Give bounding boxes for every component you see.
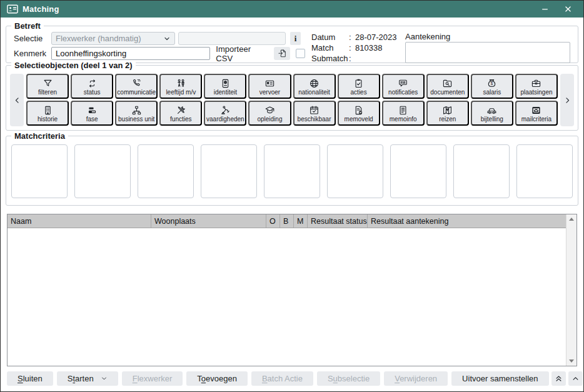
- column-header-b[interactable]: B: [280, 214, 294, 228]
- matchcriteria-slot[interactable]: [74, 144, 131, 198]
- button-label: Starten: [68, 374, 94, 383]
- selection-object-label: beschikbaar: [298, 116, 331, 123]
- column-header-o[interactable]: O: [266, 214, 280, 228]
- betreft-group: Betreft Selectie Flexwerker (handmatig) …: [6, 26, 578, 63]
- selection-object-beschikbaar[interactable]: beschikbaar: [293, 101, 336, 126]
- chevron-right-icon: [563, 96, 571, 104]
- window-title: Matching: [23, 4, 531, 14]
- tools-icon: [176, 105, 186, 116]
- selection-object-opleiding[interactable]: opleiding: [248, 101, 291, 126]
- aantekening-block: Aantekening: [405, 32, 571, 59]
- selection-object-acties[interactable]: acties: [338, 74, 380, 99]
- selection-object-functies[interactable]: functies: [159, 101, 202, 126]
- selection-object-communicatie[interactable]: communicatie: [115, 74, 158, 99]
- betreft-left: Selectie Flexwerker (handmatig) i Kenmer…: [14, 32, 305, 59]
- selection-object-plaatsingen[interactable]: plaatsingen: [515, 74, 558, 99]
- subselectie-button[interactable]: Subselectie: [317, 371, 380, 386]
- selection-object-nationaliteit[interactable]: nationaliteit: [293, 74, 336, 99]
- funnel-icon: [43, 78, 53, 89]
- matchcriteria-slot[interactable]: [516, 144, 573, 198]
- selection-object-fase[interactable]: fase: [71, 101, 113, 126]
- matchcriteria-slot[interactable]: [390, 144, 446, 198]
- matchcriteria-slot[interactable]: [453, 144, 510, 198]
- kenmerk-input[interactable]: [51, 47, 210, 60]
- info-button[interactable]: i: [290, 32, 301, 45]
- selection-object-label: nationaliteit: [298, 89, 330, 96]
- matchcriteria-slot[interactable]: [201, 144, 257, 198]
- flexwerker-button[interactable]: Flexwerker: [122, 371, 183, 386]
- scroll-top-button[interactable]: [551, 371, 566, 386]
- id-card-icon: [264, 78, 275, 89]
- selectie-dropdown[interactable]: Flexwerker (handmatig): [51, 32, 175, 45]
- selection-object-label: communicatie: [117, 89, 156, 96]
- footer-right-buttons: Uitvoer samenstellen: [451, 371, 584, 386]
- selection-objects-grid: filterenstatuscommunicatieleeftijd m/vid…: [26, 74, 558, 126]
- selection-prev-button[interactable]: [10, 74, 24, 126]
- selection-object-label: documenten: [430, 89, 465, 96]
- minimize-icon: [541, 5, 549, 13]
- selection-object-label: salaris: [483, 89, 501, 96]
- matchcriteria-slot[interactable]: [327, 144, 383, 198]
- button-label: Toevoegen: [197, 374, 237, 383]
- sluiten-button[interactable]: Sluiten: [7, 371, 53, 386]
- matching-window: Matching Betreft Selectie Flexwerker (ha…: [0, 0, 584, 392]
- column-header-naam[interactable]: Naam: [8, 214, 151, 228]
- betreft-legend: Betreft: [11, 21, 44, 31]
- close-button[interactable]: [558, 2, 577, 17]
- importeer-csv-button[interactable]: [274, 47, 290, 60]
- selection-object-documenten[interactable]: documenten: [426, 74, 469, 99]
- selection-object-identiteit[interactable]: identiteit: [204, 74, 246, 99]
- scrollbar-up-icon[interactable]: [569, 218, 574, 221]
- info-label: Datum: [311, 33, 349, 42]
- matchcriteria-slot[interactable]: [138, 144, 194, 198]
- column-header-m[interactable]: M: [294, 214, 308, 228]
- importeer-csv-label: Importeer CSV: [216, 44, 269, 63]
- selection-object-vervoer[interactable]: vervoer: [248, 74, 291, 99]
- scrollbar-down-icon[interactable]: [569, 359, 574, 363]
- toevoegen-button[interactable]: Toevoegen: [186, 371, 248, 386]
- results-table-header: NaamWoonplaatsOBMResultaat statusResulta…: [8, 214, 566, 228]
- selection-object-business-unit[interactable]: business unit: [115, 101, 158, 126]
- info-separator: :: [349, 33, 355, 42]
- selection-object-label: memoveld: [345, 116, 373, 123]
- selection-object-leeftijd-m-v[interactable]: leeftijd m/v: [159, 74, 202, 99]
- selection-object-filteren[interactable]: filteren: [26, 74, 69, 99]
- column-header-resultaat-status[interactable]: Resultaat status: [308, 214, 368, 228]
- vertical-scrollbar[interactable]: [566, 214, 576, 366]
- selection-object-memoveld[interactable]: memoveld: [338, 101, 380, 126]
- selection-object-label: status: [84, 89, 101, 96]
- selection-next-button[interactable]: [560, 74, 574, 126]
- batch-actie-button[interactable]: Batch Actie: [251, 371, 313, 386]
- starten-button[interactable]: Starten: [57, 371, 118, 386]
- briefcase-icon: [531, 78, 541, 89]
- globe-icon: [309, 78, 320, 89]
- selection-object-notificaties[interactable]: notificaties: [382, 74, 425, 99]
- verwijderen-button[interactable]: Verwijderen: [384, 371, 448, 386]
- matchcriteria-slots: [11, 144, 573, 198]
- scroll-up-button[interactable]: [568, 371, 583, 386]
- selection-object-label: acties: [351, 89, 367, 96]
- selection-object-reizen[interactable]: reizen: [426, 101, 469, 126]
- selection-object-bijtelling[interactable]: bijtelling: [471, 101, 513, 126]
- selection-object-mailcriteria[interactable]: mailcriteria: [515, 101, 558, 126]
- selection-object-status[interactable]: status: [71, 74, 113, 99]
- matchcriteria-slot[interactable]: [264, 144, 320, 198]
- importeer-csv-checkbox[interactable]: [296, 49, 305, 58]
- selection-object-historie[interactable]: historie: [26, 101, 69, 126]
- column-header-resultaat-aantekening[interactable]: Resultaat aantekening: [368, 214, 566, 228]
- selection-object-memoinfo[interactable]: memoinfo: [382, 101, 425, 126]
- selection-object-salaris[interactable]: $salaris: [471, 74, 513, 99]
- uitvoer-samenstellen-button[interactable]: Uitvoer samenstellen: [451, 371, 548, 386]
- chevron-down-icon: [163, 35, 171, 43]
- org-chart-icon: [131, 105, 142, 116]
- chevron-left-icon: [13, 96, 21, 104]
- column-header-woonplaats[interactable]: Woonplaats: [151, 214, 266, 228]
- selection-object-vaardigheden[interactable]: vaardigheden: [204, 101, 246, 126]
- phone-icon: [131, 78, 142, 89]
- aantekening-textarea[interactable]: [405, 42, 570, 63]
- matchcriteria-slot[interactable]: [11, 144, 68, 198]
- results-table-body[interactable]: [8, 228, 566, 366]
- selectie-extra-field[interactable]: [178, 32, 286, 45]
- minimize-button[interactable]: [535, 2, 554, 17]
- results-table: NaamWoonplaatsOBMResultaat statusResulta…: [7, 214, 577, 366]
